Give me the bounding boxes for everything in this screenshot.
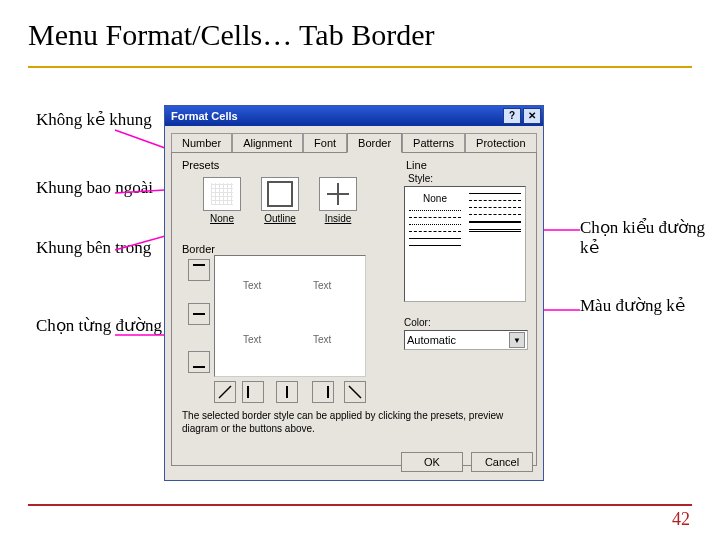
hint-text: The selected border style can be applied… [182, 409, 526, 435]
divider-gold [28, 66, 692, 68]
presets-label: Presets [182, 159, 395, 171]
color-label: Color: [404, 317, 528, 328]
tab-patterns[interactable]: Patterns [402, 133, 465, 153]
style-thin[interactable] [409, 238, 461, 239]
style-hair[interactable] [409, 245, 461, 246]
style-double[interactable] [469, 229, 521, 232]
style-thick[interactable] [469, 221, 521, 223]
tab-strip: Number Alignment Font Border Patterns Pr… [165, 126, 543, 152]
border-diag2-button[interactable] [344, 381, 366, 403]
border-right-button[interactable] [312, 381, 334, 403]
preview-text-2: Text [313, 280, 331, 291]
tab-protection[interactable]: Protection [465, 133, 537, 153]
slide-title: Menu Format/Cells… Tab Border [28, 18, 692, 52]
border-hmid-button[interactable] [188, 303, 210, 325]
outline-icon [267, 181, 293, 207]
preset-outline-button[interactable] [261, 177, 299, 211]
border-group: Border Text Text Text Text [180, 241, 395, 257]
preset-inside-label: Inside [316, 213, 360, 224]
svg-line-13 [349, 386, 361, 398]
border-label: Border [182, 243, 395, 255]
style-slant[interactable] [469, 214, 521, 215]
color-combo[interactable]: Automatic ▼ [404, 330, 528, 350]
inside-icon [327, 183, 349, 205]
help-button[interactable]: ? [503, 108, 521, 124]
style-label: Style: [408, 173, 528, 184]
preset-inside-button[interactable] [319, 177, 357, 211]
line-label: Line [406, 159, 528, 171]
annotation-inner: Khung bên trong [36, 238, 151, 258]
border-preview[interactable]: Text Text Text Text [214, 255, 366, 377]
presets-group: Presets None Outline Inside [180, 157, 395, 226]
annotation-outer: Khung bao ngoài [36, 178, 153, 198]
style-dashdot[interactable] [409, 231, 461, 232]
border-top-button[interactable] [188, 259, 210, 281]
preview-text-1: Text [243, 280, 261, 291]
color-group: Color: Automatic ▼ [404, 317, 528, 350]
annotation-no-border: Không kẻ khung [36, 110, 152, 130]
dialog-title: Format Cells [171, 110, 238, 122]
dialog-titlebar: Format Cells ? ✕ [165, 106, 543, 126]
style-dashed[interactable] [409, 217, 461, 218]
preset-none-button[interactable] [203, 177, 241, 211]
preset-none-label: None [200, 213, 244, 224]
svg-line-9 [219, 386, 231, 398]
style-dotted2[interactable] [409, 224, 461, 225]
border-bottom-button[interactable] [188, 351, 210, 373]
style-medium[interactable] [469, 193, 521, 194]
format-cells-dialog: Format Cells ? ✕ Number Alignment Font B… [164, 105, 544, 481]
tab-body: Presets None Outline Inside Border Te [171, 152, 537, 466]
chevron-down-icon: ▼ [509, 332, 525, 348]
preview-text-3: Text [243, 334, 261, 345]
border-left-button[interactable] [242, 381, 264, 403]
tab-alignment[interactable]: Alignment [232, 133, 303, 153]
style-meddashdot[interactable] [469, 207, 521, 208]
line-group: Line Style: None [404, 157, 528, 302]
style-meddash[interactable] [469, 200, 521, 201]
divider-red [28, 504, 692, 506]
color-value: Automatic [407, 334, 456, 346]
border-diag1-button[interactable] [214, 381, 236, 403]
border-vmid-button[interactable] [276, 381, 298, 403]
annotation-color: Màu đường kẻ [580, 296, 685, 316]
ok-button[interactable]: OK [401, 452, 463, 472]
cancel-button[interactable]: Cancel [471, 452, 533, 472]
preset-outline-label: Outline [258, 213, 302, 224]
preview-text-4: Text [313, 334, 331, 345]
style-dotted[interactable] [409, 210, 461, 211]
page-number: 42 [672, 509, 690, 530]
tab-font[interactable]: Font [303, 133, 347, 153]
style-list[interactable]: None [404, 186, 526, 302]
tab-number[interactable]: Number [171, 133, 232, 153]
tab-border[interactable]: Border [347, 133, 402, 153]
style-none[interactable]: None [409, 193, 461, 204]
close-button[interactable]: ✕ [523, 108, 541, 124]
annotation-style: Chọn kiểu đường kẻ [580, 218, 720, 257]
none-icon [211, 183, 233, 205]
